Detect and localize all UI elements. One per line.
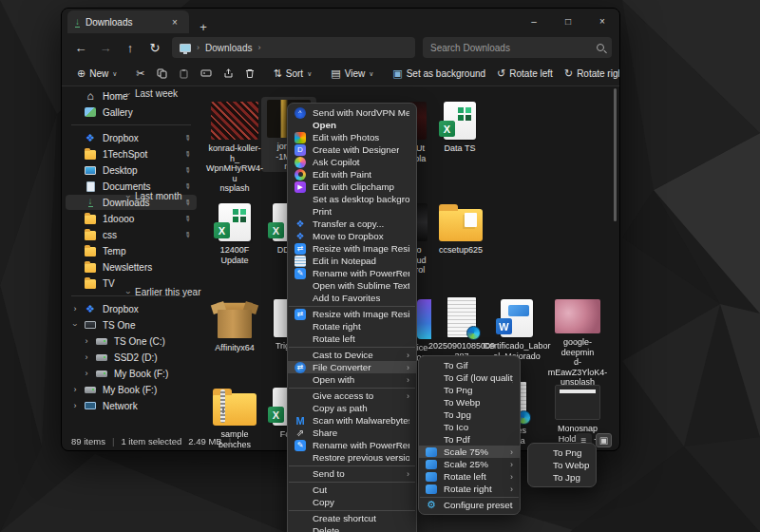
menu-item-resize-with-image-resizer[interactable]: ⇄Resize with Image Resizer	[288, 308, 416, 320]
menu-item-transfer-a-copy[interactable]: ❖Transfer a copy...	[288, 218, 416, 230]
view-button[interactable]: ▤ View∨	[325, 64, 379, 85]
share-button[interactable]	[218, 64, 239, 85]
sidebar-item-ssd2-d-[interactable]: ›SSD2 (D:)	[77, 350, 197, 365]
sidebar-item-dropbox[interactable]: ›❖Dropbox	[66, 301, 197, 316]
menu-item-copy-as-path[interactable]: Copy as path	[288, 402, 416, 414]
rotate-right-button[interactable]: ↻ Rotate right	[559, 64, 620, 85]
sidebar-item-1doooo[interactable]: 1doooo✎	[66, 211, 197, 226]
fc-item-configure-presets[interactable]: ⚙Configure presets...	[419, 499, 520, 511]
tree-expand-icon[interactable]: ›	[71, 304, 79, 314]
sort-button[interactable]: ⇅ Sort∨	[268, 64, 318, 85]
menu-item-edit-with-paint[interactable]: Edit with Paint	[288, 168, 416, 180]
cut-button[interactable]: ✂	[130, 64, 150, 85]
rotate-left-button[interactable]: ↺ Rotate left	[491, 64, 559, 85]
menu-item-give-access-to[interactable]: Give access to›	[288, 390, 416, 402]
sidebar-item-1techspot[interactable]: 1TechSpot✎	[66, 146, 197, 162]
file-data-ts[interactable]: XData TS	[432, 99, 487, 154]
tree-expand-icon[interactable]: ›	[71, 385, 79, 394]
file-12400f-update[interactable]: X12400F Update	[206, 200, 263, 265]
new-tab-button[interactable]: +	[197, 20, 210, 33]
tab-close-icon[interactable]: ×	[168, 15, 181, 28]
tree-expand-icon[interactable]: ›	[83, 369, 90, 378]
tree-collapse-icon[interactable]: ›	[70, 321, 80, 329]
menu-item-rotate-left[interactable]: Rotate left	[288, 332, 416, 345]
file-20250901085009387[interactable]: 20250901085009387	[436, 294, 487, 361]
search-box[interactable]	[423, 37, 612, 58]
sidebar-item-temp[interactable]: Temp	[66, 243, 197, 258]
menu-item-cast-to-device[interactable]: Cast to Device›	[288, 349, 416, 361]
menu-item-add-to-favorites[interactable]: Add to Favorites	[288, 292, 416, 304]
scale-item-to-png[interactable]: To Png	[528, 446, 596, 459]
close-button[interactable]: ×	[585, 9, 619, 33]
fc-item-rotate-left[interactable]: Rotate left›	[419, 470, 520, 483]
menu-item-rename-with-powerrename[interactable]: ✎Rename with PowerRename	[288, 267, 416, 279]
tab-downloads[interactable]: ↓ Downloads ×	[67, 10, 189, 33]
fc-item-to-ico[interactable]: To Ico	[419, 421, 520, 433]
forward-button[interactable]: →	[94, 37, 117, 58]
fc-item-scale-75%[interactable]: Scale 75%›	[419, 446, 520, 458]
delete-button[interactable]	[239, 64, 260, 85]
menu-item-send-to[interactable]: Send to›	[288, 467, 416, 480]
menu-item-send-with-nordvpn-meshnet[interactable]: ^Send with NordVPN Meshnet	[288, 106, 416, 119]
section-header-last-month[interactable]: ›Last month	[126, 191, 181, 201]
menu-item-copy[interactable]: Copy	[288, 496, 416, 508]
sidebar-item-ts-one[interactable]: ›TS One	[66, 317, 197, 332]
sidebar-item-desktop[interactable]: Desktop✎	[66, 162, 197, 178]
menu-item-edit-in-notepad[interactable]: Edit in Notepad	[288, 255, 416, 267]
fc-item-to-gif[interactable]: To Gif	[419, 359, 520, 371]
up-button[interactable]: ↑	[119, 37, 142, 58]
copy-button[interactable]	[151, 64, 173, 85]
fc-item-to-pdf[interactable]: To Pdf	[419, 433, 520, 446]
sidebar-item-my-book-f-[interactable]: ›My Book (F:)	[77, 366, 197, 381]
breadcrumb-downloads[interactable]: Downloads	[205, 43, 252, 53]
sidebar-item-ts-one-c-[interactable]: ›TS One (C:)	[77, 333, 197, 349]
menu-item-create-with-designer[interactable]: DCreate with Designer	[288, 143, 416, 156]
breadcrumb[interactable]: › Downloads ›	[172, 37, 415, 58]
fc-item-to-gif-low-quality[interactable]: To Gif (low quality)	[419, 371, 520, 384]
menu-item-set-as-desktop-background[interactable]: Set as desktop background	[288, 193, 416, 205]
menu-item-open[interactable]: Open	[288, 119, 416, 131]
section-header-earlier-this-year[interactable]: ›Earlier this year	[126, 287, 200, 297]
search-input[interactable]	[430, 43, 597, 53]
menu-item-edit-with-clipchamp[interactable]: ▶Edit with Clipchamp	[288, 180, 416, 193]
menu-item-resize-with-image-resizer[interactable]: ⇄Resize with Image Resizer	[288, 242, 416, 255]
menu-item-rename-with-powerrename[interactable]: ✎Rename with PowerRename	[288, 439, 416, 451]
file-ccsetup625[interactable]: ccsetup625	[432, 200, 489, 256]
menu-item-open-with-sublime-text[interactable]: Open with Sublime Text	[288, 279, 416, 292]
menu-item-delete[interactable]: Delete	[288, 524, 416, 532]
paste-button[interactable]	[173, 64, 195, 85]
menu-item-cut[interactable]: Cut	[288, 484, 416, 496]
fc-item-to-webp[interactable]: To Webp	[419, 396, 520, 408]
minimize-button[interactable]: –	[517, 9, 551, 33]
menu-item-share[interactable]: ⇗Share	[288, 427, 416, 439]
sidebar-item-css[interactable]: css✎	[66, 227, 197, 242]
menu-item-move-to-dropbox[interactable]: ❖Move to Dropbox	[288, 230, 416, 242]
tree-expand-icon[interactable]: ›	[83, 336, 90, 346]
menu-item-restore-previous-versions[interactable]: Restore previous versions	[288, 451, 416, 464]
set-as-background-button[interactable]: ▣ Set as background	[387, 64, 491, 85]
vertical-scrollbar[interactable]	[614, 88, 617, 221]
tree-expand-icon[interactable]: ›	[71, 401, 79, 410]
menu-item-ask-copilot[interactable]: Ask Copilot	[288, 156, 416, 168]
sidebar-item-network[interactable]: ›Network	[66, 398, 197, 413]
thumbnails-view-toggle[interactable]: ▣	[596, 433, 612, 447]
scale-item-to-jpg[interactable]: To Jpg	[528, 471, 596, 484]
scale-item-to-webp[interactable]: To Webp	[528, 459, 596, 471]
back-button[interactable]: ←	[69, 37, 92, 58]
maximize-button[interactable]: □	[551, 9, 585, 33]
sidebar-item-newsletters[interactable]: Newsletters	[66, 259, 197, 275]
sidebar-item-dropbox[interactable]: ❖Dropbox✎	[66, 130, 197, 145]
refresh-button[interactable]: ↻	[143, 37, 166, 58]
menu-item-edit-with-photos[interactable]: Edit with Photos	[288, 131, 416, 143]
sidebar-item-my-book-f-[interactable]: ›My Book (F:)	[66, 382, 197, 397]
section-header-last-week[interactable]: ›Last week	[126, 88, 178, 99]
menu-item-open-with[interactable]: Open with›	[288, 373, 416, 386]
file-certificado-laboral-mejorado[interactable]: WCertificado_Laboral_Mejorado	[487, 296, 546, 361]
sidebar-item-gallery[interactable]: Gallery	[66, 104, 197, 120]
tree-expand-icon[interactable]: ›	[83, 352, 90, 362]
fc-item-scale-25%[interactable]: Scale 25%›	[419, 458, 520, 470]
file-konrad-koller-h-wpnmhyrw4-unsp[interactable]: konrad-koller-h_WpnMHyRW4-unsplash	[206, 99, 263, 194]
menu-item-file-converter[interactable]: ⇄File Converter›	[288, 361, 416, 373]
menu-item-rotate-right[interactable]: Rotate right	[288, 320, 416, 332]
menu-item-create-shortcut[interactable]: Create shortcut	[288, 512, 416, 524]
